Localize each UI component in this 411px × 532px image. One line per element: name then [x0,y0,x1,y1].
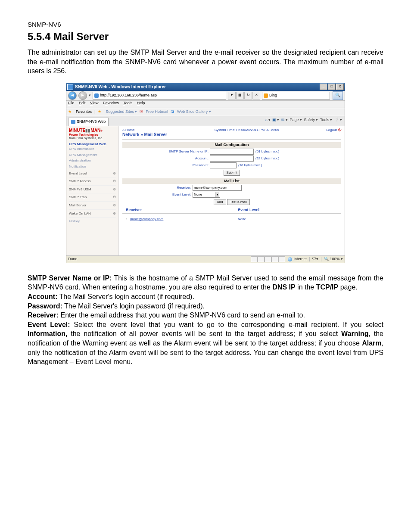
row-index: 1 [126,217,130,221]
subnav-snmp-access[interactable]: SNMP Access⚙ [69,177,116,186]
row-event-level: None [238,217,246,221]
def-receiver-label: Receiver: [28,311,59,319]
gear-icon: ⚙ [113,195,116,199]
refresh-icon[interactable]: ↻ [244,92,252,100]
def-alarm: Alarm [362,339,381,347]
nav-history[interactable]: History [69,218,116,225]
status-panes [251,256,285,262]
addr-drop-icon[interactable]: ▾ [228,92,236,100]
menu-favorites[interactable]: Favorites [103,101,119,105]
favorites-bar: ★ Favorites | ★ Suggested Sites ▾ ✉ Free… [66,108,345,116]
brand-logo: MINUTE▮▮MAN® [69,128,116,133]
receiver-label: Receiver: [122,186,193,190]
favorites-label[interactable]: Favorites [76,109,92,114]
history-dropdown-icon[interactable]: ▾ [89,93,91,98]
col-receiver: Receiver [126,208,238,212]
feeds-icon[interactable]: ▣ [272,118,276,122]
window-title: SNMP-NV6 Web - Windows Internet Explorer [75,84,320,90]
subnav-snmpv3-usm[interactable]: SNMPv3 USM⚙ [69,186,116,194]
add-button[interactable]: Add [214,199,226,205]
nav-ups-management[interactable]: UPS Management [69,152,116,158]
receiver-input[interactable]: name@company.com [193,185,242,191]
subnav-mail-server[interactable]: Mail Server⚙ [69,202,116,210]
nav-heading: UPS Management Web [69,142,116,146]
page-menu[interactable]: Page ▾ [290,118,302,122]
menu-bar: File Edit View Favorites Tools Help [66,101,345,108]
menu-help[interactable]: Help [137,101,145,105]
event-level-label: Event Level: [122,193,193,197]
section-number: 5.5.4 [28,31,50,42]
tab-label: SNMP-NV6 Web [77,119,106,124]
gear-icon: ⚙ [113,203,116,208]
back-button[interactable]: ◄ [68,91,77,100]
def-smtp-label: SMTP Server Name or IP: [28,274,112,282]
nav-ups-information[interactable]: UPS Information [69,146,116,152]
tools-menu[interactable]: Tools ▾ [320,118,333,122]
brand-sub1: Power Technologies [69,133,116,137]
intro-paragraph: The administrator can set up the SMTP Ma… [28,48,383,76]
hotmail-icon: ✉ [140,109,143,114]
subnav-snmp-trap[interactable]: SNMP Trap⚙ [69,193,116,202]
zoom-level[interactable]: 🔍 100% ▾ [321,257,343,261]
nav-administration[interactable]: Administration [69,158,116,164]
menu-file[interactable]: File [68,101,75,105]
gear-icon: ⚙ [113,179,116,184]
subnav-wake-on-lan[interactable]: Wake On LAN⚙ [69,210,116,218]
event-level-select[interactable]: None [193,192,220,198]
forward-button[interactable]: ► [78,91,87,100]
menu-edit[interactable]: Edit [79,101,86,105]
account-hint: (32 bytes max.) [255,156,279,161]
def-tcpip: TCP/IP [316,283,339,291]
def-receiver-text: Enter the email address that you want th… [59,311,305,319]
def-warning: Warning [341,330,368,337]
account-label: Account: [122,156,210,161]
suggested-sites-link[interactable]: Suggested Sites ▾ [106,109,137,114]
nav-notification[interactable]: Notification [69,164,116,170]
defs-block: SMTP Server Name or IP: This is the host… [28,274,383,367]
close-button[interactable]: X [336,84,344,90]
search-box[interactable]: Bing [262,92,330,100]
help-icon[interactable]: ❔ [334,118,339,122]
gear-icon: ⚙ [113,187,116,192]
def-smtp-text3: page. [338,283,357,291]
home-icon[interactable]: ⌂ [265,118,267,122]
account-input[interactable] [210,156,254,162]
subnav-event-level[interactable]: Event Level⚙ [69,170,116,178]
stop-icon[interactable]: ✕ [252,92,260,100]
ie-icon [67,84,73,90]
menu-view[interactable]: View [90,101,98,105]
web-slice-link[interactable]: Web Slice Gallery ▾ [177,109,211,114]
logout-link[interactable]: Logout ⏻ [326,128,341,132]
tab-snmp-web[interactable]: SNMP-NV6 Web [68,118,109,126]
def-smtp-text2: in the [296,283,316,291]
smtp-input[interactable] [210,149,254,155]
minimize-button[interactable]: _ [320,84,327,90]
brand-part1: MINUTE [69,128,85,133]
password-input[interactable] [210,162,237,168]
home-link[interactable]: ⌂ Home [122,128,167,132]
free-hotmail-link[interactable]: Free Hotmail [146,109,168,114]
protected-mode-icon[interactable]: 🛡▾ [309,257,318,261]
suggested-icon: ★ [98,109,103,115]
favorites-star-icon[interactable]: ★ [68,109,73,115]
section-heading: 5.5.4 Mail Server [28,31,383,43]
bing-icon [264,93,268,98]
def-event-label: Event Level: [28,321,70,328]
page-icon [94,93,99,98]
maximize-button[interactable]: □ [328,84,336,90]
search-button[interactable]: 🔍 [333,91,343,100]
address-bar[interactable]: http://192.168.168.236/home.asp [93,92,226,100]
page-content: MINUTE▮▮MAN® Power Technologies from Par… [66,126,345,255]
menu-tools[interactable]: Tools [123,101,132,105]
safety-menu[interactable]: Safety ▾ [304,118,318,122]
password-hint: (16 bytes max.) [238,163,262,168]
def-password-text: The Mail Server's login password (if req… [62,302,205,310]
gear-icon: ⚙ [113,171,116,176]
url-text: http://192.168.168.236/home.asp [100,93,157,98]
tab-favicon [71,120,75,124]
row-receiver-link[interactable]: name@company.com [130,217,238,221]
submit-button[interactable]: Submit [224,170,240,176]
mail-icon[interactable]: ✉ [281,118,285,122]
test-email-button[interactable]: Test e-mail [227,199,250,205]
compat-view-icon[interactable]: ▦ [236,92,244,100]
